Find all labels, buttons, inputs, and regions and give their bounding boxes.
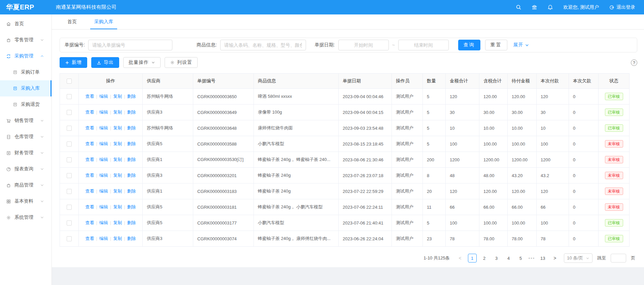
- row-action-1[interactable]: 编辑: [99, 94, 108, 99]
- row-action-2[interactable]: 复制: [113, 157, 122, 162]
- row-action-2[interactable]: 复制: [113, 125, 122, 130]
- batch-actions-button[interactable]: 批量操作: [123, 57, 161, 68]
- cell-operator: 测试用户: [392, 168, 423, 184]
- row-action-3[interactable]: 删除: [127, 173, 136, 178]
- page-button-13[interactable]: 13: [538, 254, 547, 262]
- row-action-2[interactable]: 复制: [113, 94, 122, 99]
- row-checkbox[interactable]: [67, 220, 72, 226]
- row-action-2[interactable]: 复制: [113, 236, 122, 241]
- row-checkbox[interactable]: [67, 126, 72, 131]
- pagination-ellipsis[interactable]: •••: [529, 256, 535, 261]
- row-action-1[interactable]: 编辑: [99, 173, 108, 178]
- row-action-3[interactable]: 删除: [127, 141, 136, 146]
- page-button-2[interactable]: 2: [480, 254, 489, 262]
- row-action-0[interactable]: 查看: [85, 236, 94, 241]
- sidebar-item-6[interactable]: 销售管理: [0, 113, 52, 129]
- page-button-4[interactable]: 4: [504, 254, 513, 262]
- row-action-2[interactable]: 复制: [113, 110, 122, 115]
- row-action-1[interactable]: 编辑: [99, 236, 108, 241]
- row-checkbox[interactable]: [67, 94, 72, 99]
- sidebar-item-label: 采购订单: [21, 69, 47, 75]
- bell-icon[interactable]: [547, 4, 553, 10]
- sidebar-item-12[interactable]: 系统管理: [0, 209, 52, 226]
- prev-page-button[interactable]: <: [456, 254, 465, 262]
- row-action-1[interactable]: 编辑: [99, 220, 108, 225]
- sidebar-item-2[interactable]: 采购管理: [0, 48, 52, 64]
- content-card: 单据编号: 商品信息: 单据日期: ~ 查询 重置 展开: [52, 30, 644, 267]
- page-button-3[interactable]: 3: [492, 254, 501, 262]
- sidebar-item-4[interactable]: 采购入库: [0, 80, 52, 96]
- row-action-1[interactable]: 编辑: [99, 125, 108, 130]
- row-action-3[interactable]: 删除: [127, 94, 136, 99]
- sidebar-item-8[interactable]: 财务管理: [0, 145, 52, 161]
- row-action-3[interactable]: 删除: [127, 220, 136, 225]
- row-action-3[interactable]: 删除: [127, 110, 136, 115]
- next-page-button[interactable]: >: [550, 254, 559, 262]
- tab-purchase-inbound[interactable]: 采购入库: [93, 14, 114, 29]
- column-settings-button[interactable]: 列设置: [165, 57, 198, 68]
- help-icon[interactable]: ?: [631, 59, 637, 66]
- export-button[interactable]: 导出: [91, 57, 119, 68]
- cell-qty: 5: [423, 120, 446, 136]
- jump-to-page-input[interactable]: [611, 254, 626, 262]
- logout-button[interactable]: 退出登录: [609, 4, 635, 10]
- row-action-0[interactable]: 查看: [85, 220, 94, 225]
- start-date-input[interactable]: [338, 40, 389, 50]
- tab-home[interactable]: 首页: [66, 14, 78, 29]
- row-checkbox[interactable]: [67, 236, 72, 241]
- expand-link[interactable]: 展开: [513, 42, 529, 48]
- row-action-3[interactable]: 删除: [127, 125, 136, 130]
- sidebar-item-label: 采购入库: [21, 85, 47, 91]
- row-checkbox[interactable]: [67, 205, 72, 210]
- row-action-2[interactable]: 复制: [113, 189, 122, 194]
- row-action-0[interactable]: 查看: [85, 157, 94, 162]
- row-action-3[interactable]: 删除: [127, 157, 136, 162]
- search-button[interactable]: 查询: [458, 40, 480, 50]
- end-date-input[interactable]: [398, 40, 449, 50]
- row-action-1[interactable]: 编辑: [99, 110, 108, 115]
- row-action-0[interactable]: 查看: [85, 189, 94, 194]
- row-checkbox[interactable]: [67, 157, 72, 162]
- row-action-3[interactable]: 删除: [127, 204, 136, 209]
- row-action-2[interactable]: 复制: [113, 204, 122, 209]
- row-action-1[interactable]: 编辑: [99, 204, 108, 209]
- row-checkbox[interactable]: [67, 79, 72, 84]
- row-action-2[interactable]: 复制: [113, 141, 122, 146]
- sidebar-item-1[interactable]: 零售管理: [0, 32, 52, 48]
- row-action-3[interactable]: 删除: [127, 189, 136, 194]
- sidebar-item-5[interactable]: 采购退货: [0, 96, 52, 113]
- row-action-2[interactable]: 复制: [113, 220, 122, 225]
- add-button[interactable]: 新增: [60, 57, 87, 68]
- sidebar-item-11[interactable]: 基本资料: [0, 193, 52, 209]
- platform-icon[interactable]: [532, 4, 537, 10]
- row-action-1[interactable]: 编辑: [99, 189, 108, 194]
- row-action-0[interactable]: 查看: [85, 141, 94, 146]
- reset-button[interactable]: 重置: [485, 40, 507, 50]
- sidebar-item-10[interactable]: 商品管理: [0, 177, 52, 193]
- search-icon[interactable]: [516, 4, 521, 10]
- page-button-1[interactable]: 1: [468, 254, 477, 262]
- sidebar-item-9[interactable]: 报表查询: [0, 161, 52, 177]
- row-action-0[interactable]: 查看: [85, 110, 94, 115]
- page-button-5[interactable]: 5: [516, 254, 525, 262]
- row-action-0[interactable]: 查看: [85, 125, 94, 130]
- row-action-0[interactable]: 查看: [85, 204, 94, 209]
- sidebar-item-7[interactable]: 仓库管理: [0, 129, 52, 145]
- bill-no-input[interactable]: [88, 40, 172, 50]
- row-action-0[interactable]: 查看: [85, 94, 94, 99]
- row-checkbox[interactable]: [67, 173, 72, 178]
- row-checkbox[interactable]: [67, 189, 72, 194]
- cell-paid: 1200: [537, 152, 569, 168]
- cell-debt: 0: [569, 136, 599, 152]
- row-action-3[interactable]: 删除: [127, 236, 136, 241]
- page-size-select[interactable]: 10 条/页: [564, 253, 592, 263]
- sidebar-item-0[interactable]: 首页: [0, 16, 52, 32]
- row-checkbox[interactable]: [67, 110, 72, 115]
- sidebar-item-3[interactable]: 采购订单: [0, 64, 52, 80]
- row-action-1[interactable]: 编辑: [99, 141, 108, 146]
- row-checkbox[interactable]: [67, 141, 72, 147]
- product-info-input[interactable]: [220, 40, 306, 50]
- row-action-0[interactable]: 查看: [85, 173, 94, 178]
- row-action-1[interactable]: 编辑: [99, 157, 108, 162]
- row-action-2[interactable]: 复制: [113, 173, 122, 178]
